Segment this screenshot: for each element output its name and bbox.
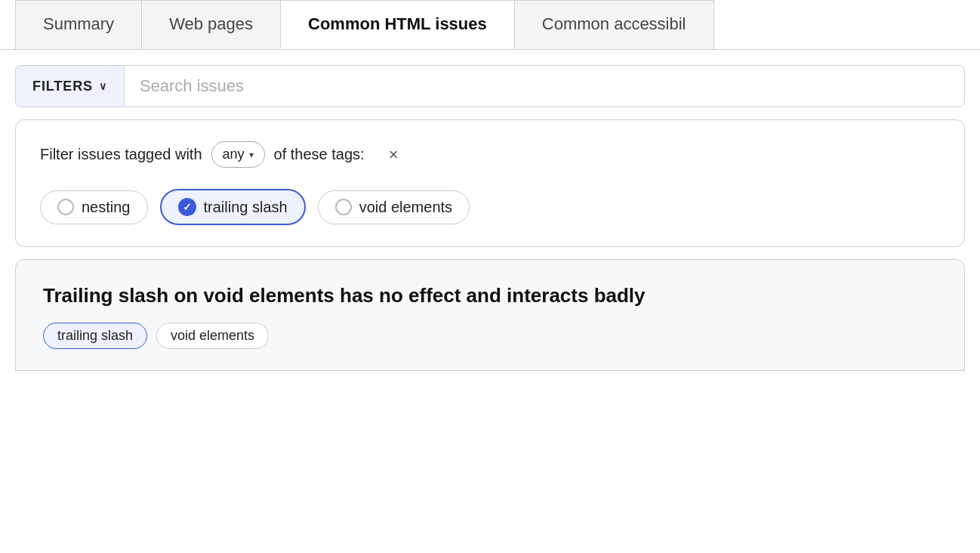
tab-common-html-issues[interactable]: Common HTML issues xyxy=(280,0,515,49)
filter-panel-header: Filter issues tagged with any ▾ of these… xyxy=(40,141,940,168)
radio-void-elements xyxy=(335,199,352,215)
filters-button[interactable]: FILTERS ∨ xyxy=(16,66,125,107)
filter-tags: nesting trailing slash void elements xyxy=(40,189,940,225)
tabs-container: Summary Web pages Common HTML issues Com… xyxy=(0,0,980,50)
tag-option-nesting[interactable]: nesting xyxy=(40,190,148,224)
tab-web-pages[interactable]: Web pages xyxy=(141,0,281,49)
search-input-container xyxy=(125,66,964,107)
issue-card: Trailing slash on void elements has no e… xyxy=(15,259,965,371)
tag-option-trailing-slash[interactable]: trailing slash xyxy=(160,189,306,225)
radio-trailing-slash xyxy=(178,198,196,216)
filter-suffix-text: of these tags: xyxy=(274,146,365,163)
issue-tags: trailing slash void elements xyxy=(43,323,937,349)
any-dropdown[interactable]: any ▾ xyxy=(211,141,265,168)
issue-title: Trailing slash on void elements has no e… xyxy=(43,284,937,307)
issue-tag-trailing-slash[interactable]: trailing slash xyxy=(43,323,147,349)
dropdown-arrow-icon: ▾ xyxy=(249,150,254,160)
tab-summary[interactable]: Summary xyxy=(15,0,142,49)
radio-nesting xyxy=(57,199,74,215)
filters-label: FILTERS xyxy=(32,79,93,94)
filter-prefix-text: Filter issues tagged with xyxy=(40,146,202,163)
tag-label-void-elements: void elements xyxy=(359,199,452,216)
tag-option-void-elements[interactable]: void elements xyxy=(318,190,470,224)
search-input[interactable] xyxy=(125,66,964,107)
filter-bar: FILTERS ∨ xyxy=(15,65,965,107)
tag-label-trailing-slash: trailing slash xyxy=(204,199,288,216)
tab-common-accessibility[interactable]: Common accessibil xyxy=(514,0,714,49)
any-dropdown-label: any xyxy=(223,147,245,162)
tag-label-nesting: nesting xyxy=(82,199,131,216)
filter-panel: Filter issues tagged with any ▾ of these… xyxy=(15,119,965,247)
chevron-down-icon: ∨ xyxy=(99,80,107,92)
close-filter-button[interactable]: × xyxy=(389,147,399,163)
issue-tag-void-elements[interactable]: void elements xyxy=(156,323,269,349)
